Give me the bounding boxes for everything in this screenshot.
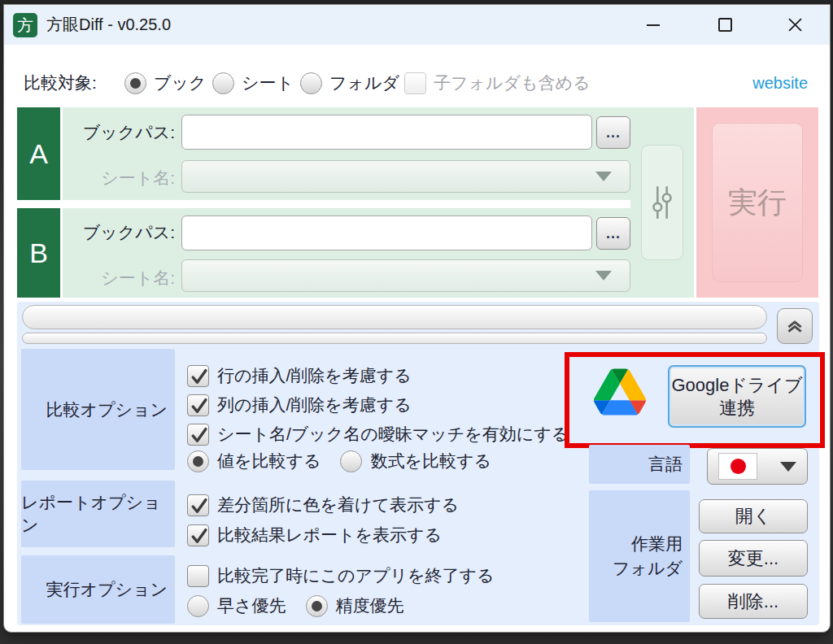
chevron-up-icon <box>785 317 805 335</box>
run-button[interactable]: 実行 <box>712 123 803 282</box>
annotation-highlight-box <box>565 352 825 448</box>
checkbox-checked[interactable] <box>187 394 209 416</box>
close-button[interactable] <box>770 10 819 40</box>
book-path-a-input[interactable] <box>181 115 592 150</box>
radio-folder-label: フォルダ <box>329 72 399 94</box>
option-row-rows[interactable]: 行の挿入/削除を考慮する <box>187 363 412 388</box>
chevron-down-icon <box>780 462 796 472</box>
sheet-name-b-select <box>181 259 630 292</box>
website-link[interactable]: website <box>752 69 808 97</box>
checkbox-checked[interactable] <box>187 494 209 516</box>
book-path-b-input[interactable] <box>181 215 592 250</box>
option-row-value-formula: 値を比較する 数式を比較する <box>187 449 491 473</box>
maximize-button[interactable] <box>700 10 749 40</box>
radio-book-label: ブック <box>154 72 206 94</box>
browse-b-button[interactable]: ... <box>596 217 630 250</box>
source-b-tab-label: B <box>29 237 48 269</box>
settings-column <box>630 107 694 298</box>
source-b-tab: B <box>17 208 60 298</box>
option-label: シート名/ブック名の曖昧マッチを有効にする <box>217 423 569 446</box>
source-a-panel: ブックパス: ... シート名: <box>63 107 630 200</box>
option-label: 行の挿入/削除を考慮する <box>217 364 412 387</box>
radio-compare-formulas-label: 数式を比較する <box>370 450 491 472</box>
checkbox-checked[interactable] <box>187 524 209 546</box>
browse-a-button[interactable]: ... <box>596 116 630 149</box>
progress-bar-sub <box>22 333 767 344</box>
progress-bar-main <box>22 305 767 329</box>
work-folder-change-button[interactable]: 変更... <box>699 540 808 577</box>
checkbox-unchecked[interactable] <box>187 565 209 587</box>
work-folder-label-line2: フォルダ <box>613 556 683 581</box>
include-subfolder-label: 子フォルダも含める <box>434 72 590 94</box>
option-label: 差分箇所に色を着けて表示する <box>217 494 459 516</box>
option-label: 比較結果レポートを表示する <box>217 524 442 546</box>
include-subfolder-box <box>404 72 426 94</box>
radio-accuracy-priority[interactable] <box>306 595 328 617</box>
radio-folder-circle[interactable] <box>300 72 322 94</box>
run-panel: 実行 <box>696 107 818 298</box>
app-window: 方 方眼Diff - v0.25.0 比較対象: ブック シート フォルダ 子フ… <box>3 4 831 633</box>
run-button-label: 実行 <box>728 183 787 223</box>
option-label: 比較完了時にこのアプリを終了する <box>217 564 494 587</box>
compare-options-label: 比較オプション <box>21 349 175 470</box>
compare-target-label: 比較対象: <box>24 69 97 97</box>
radio-book-circle[interactable] <box>124 72 146 94</box>
sliders-icon <box>648 184 676 221</box>
work-folder-label: 作業用 フォルダ <box>589 490 690 622</box>
app-icon: 方 <box>13 13 37 37</box>
radio-sheet-label: シート <box>242 72 294 94</box>
work-folder-open-button[interactable]: 開く <box>699 499 808 533</box>
minimize-icon <box>647 24 660 26</box>
radio-sheet[interactable]: シート <box>212 69 294 97</box>
minimize-button[interactable] <box>629 10 678 40</box>
website-link-text: website <box>752 74 808 93</box>
chevron-down-icon <box>595 172 612 181</box>
radio-accuracy-label: 精度優先 <box>336 594 404 617</box>
advanced-settings-button[interactable] <box>641 145 683 260</box>
option-row-fuzzy[interactable]: シート名/ブック名の曖昧マッチを有効にする <box>187 422 569 446</box>
sheet-name-a-label: シート名: <box>63 167 175 189</box>
run-options-label: 実行オプション <box>21 555 175 624</box>
include-subfolder-checkbox: 子フォルダも含める <box>404 69 590 97</box>
checkbox-checked[interactable] <box>187 424 209 446</box>
radio-speed-priority[interactable] <box>187 595 209 617</box>
window-title: 方眼Diff - v0.25.0 <box>46 5 171 45</box>
chevron-down-icon <box>595 271 612 281</box>
options-zone: 比較オプション レポートオプション 実行オプション 行の挿入/削除を考慮する 列… <box>17 302 819 625</box>
book-path-b-label: ブックパス: <box>63 221 175 244</box>
sheet-name-a-select <box>181 160 630 193</box>
app-icon-glyph: 方 <box>17 15 33 37</box>
japan-flag-icon <box>718 453 757 480</box>
checkbox-checked[interactable] <box>187 365 209 387</box>
option-row-speed-accuracy: 早さ優先 精度優先 <box>187 594 404 618</box>
language-label: 言語 <box>589 445 690 484</box>
language-dropdown[interactable] <box>707 448 808 485</box>
report-options-label: レポートオプション <box>21 481 175 547</box>
title-bar: 方 方眼Diff - v0.25.0 <box>4 5 830 45</box>
maximize-icon <box>718 18 732 32</box>
option-row-cols[interactable]: 列の挿入/削除を考慮する <box>187 393 412 417</box>
sheet-name-b-label: シート名: <box>63 267 175 289</box>
book-path-a-label: ブックパス: <box>63 121 175 144</box>
option-label: 列の挿入/削除を考慮する <box>217 394 412 416</box>
radio-compare-formulas[interactable] <box>340 450 362 472</box>
radio-compare-values-label: 値を比較する <box>217 450 321 472</box>
source-b-panel: ブックパス: ... シート名: <box>63 208 630 298</box>
radio-book[interactable]: ブック <box>124 69 206 97</box>
source-a-tab: A <box>17 107 60 200</box>
option-row-exit-app[interactable]: 比較完了時にこのアプリを終了する <box>187 564 494 588</box>
radio-folder[interactable]: フォルダ <box>300 69 399 97</box>
radio-sheet-circle[interactable] <box>212 72 234 94</box>
radio-compare-values[interactable] <box>187 450 209 472</box>
work-folder-label-line1: 作業用 <box>631 532 683 556</box>
option-row-show-report[interactable]: 比較結果レポートを表示する <box>187 523 442 547</box>
close-icon <box>788 18 802 32</box>
collapse-options-button[interactable] <box>777 308 813 344</box>
option-row-color-diff[interactable]: 差分箇所に色を着けて表示する <box>187 493 459 517</box>
radio-speed-label: 早さ優先 <box>217 594 286 617</box>
work-folder-delete-button[interactable]: 削除... <box>699 584 808 619</box>
source-a-tab-label: A <box>29 138 48 170</box>
